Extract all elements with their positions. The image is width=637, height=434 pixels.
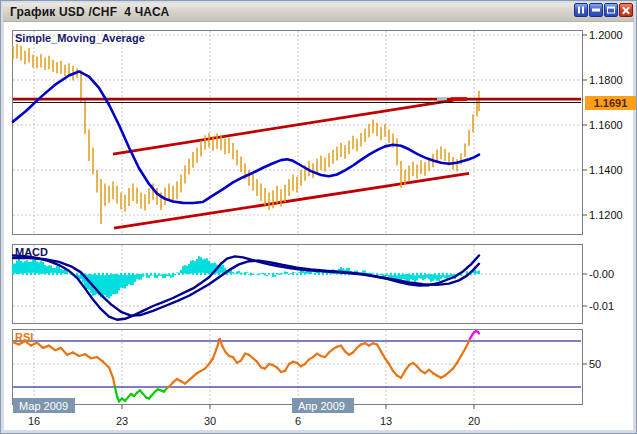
minimize-icon (592, 9, 600, 12)
rsi-panel (12, 329, 582, 404)
date-axis-label: 16 (28, 415, 40, 427)
price-axis-label: 1.1200 (589, 209, 623, 221)
minimize-button[interactable] (589, 3, 603, 17)
date-axis-label: 30 (204, 415, 216, 427)
date-axis-label: 13 (380, 415, 392, 427)
maximize-icon (607, 7, 615, 14)
date-axis-label: 23 (116, 415, 128, 427)
chart-window: 1.20001.18001.16001.14001.1200-0.00-0.01… (0, 0, 637, 434)
close-button[interactable] (619, 3, 633, 17)
month-label: Апр 2009 (298, 400, 345, 412)
price-axis-label: 1.1800 (589, 74, 623, 86)
current-price-tag: 1.1691 (585, 96, 636, 110)
price-axis-label: 1.1600 (589, 119, 623, 131)
macd-axis-label: -0.00 (589, 268, 614, 280)
macd-axis-label: -0.01 (589, 300, 614, 312)
pause-button[interactable] (574, 3, 588, 17)
price-axis-label: 1.1400 (589, 164, 623, 176)
chart-canvas[interactable]: 1.20001.18001.16001.14001.1200-0.00-0.01… (1, 1, 637, 434)
window-title: График USD /CHF 4 ЧАСА (3, 5, 169, 19)
window-titlebar[interactable]: График USD /CHF 4 ЧАСА (3, 3, 634, 22)
maximize-button[interactable] (604, 3, 618, 17)
close-icon (622, 6, 631, 15)
pause-icon (578, 7, 584, 14)
date-axis-label: 6 (295, 415, 301, 427)
sma-indicator-label: Simple_Moving_Average (15, 33, 145, 44)
rsi-indicator-label: RSI (15, 332, 33, 343)
rsi-axis-label: 50 (589, 358, 601, 370)
window-buttons (574, 3, 633, 17)
macd-indicator-label: MACD (15, 247, 48, 258)
price-axis-label: 1.2000 (589, 29, 623, 41)
month-label: Мар 2009 (19, 400, 68, 412)
date-axis-label: 20 (468, 415, 480, 427)
main-price-panel (12, 30, 582, 234)
